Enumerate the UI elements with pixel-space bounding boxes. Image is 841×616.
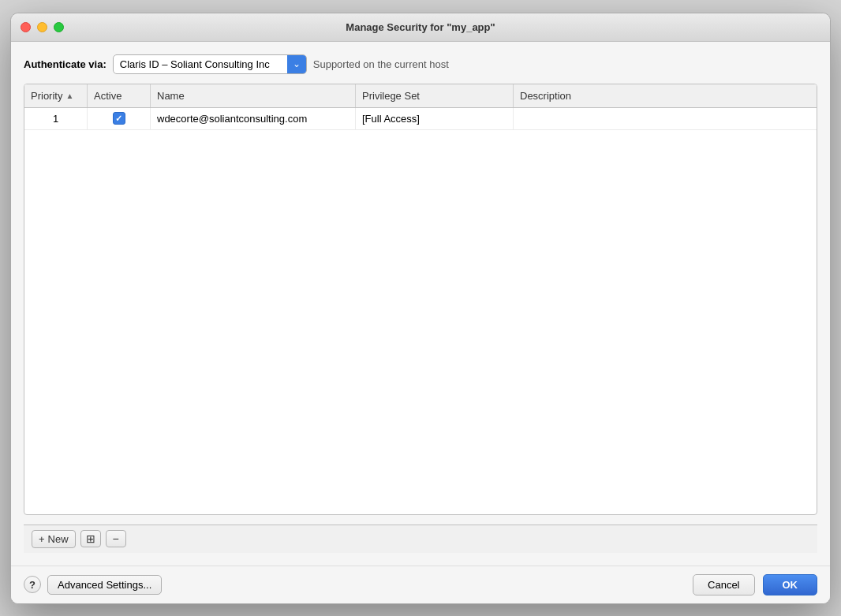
advanced-settings-button[interactable]: Advanced Settings...	[47, 575, 162, 595]
table-header: Priority ▲ Active Name Privilege Set Des…	[24, 84, 817, 108]
main-window: Manage Security for "my_app" Authenticat…	[10, 13, 831, 604]
content-area: Authenticate via: Claris ID – Soliant Co…	[11, 42, 830, 566]
table-body: 1 wdecorte@soliantconsulting.com [Full A…	[24, 108, 817, 514]
supported-text: Supported on the current host	[313, 58, 449, 70]
cancel-button[interactable]: Cancel	[693, 574, 754, 595]
authenticate-label: Authenticate via:	[24, 58, 107, 70]
privilege-set-value: [Full Access]	[362, 113, 420, 125]
accounts-table: Priority ▲ Active Name Privilege Set Des…	[24, 84, 817, 515]
column-header-name[interactable]: Name	[151, 84, 356, 107]
column-header-priority[interactable]: Priority ▲	[24, 84, 88, 107]
cell-active	[88, 108, 151, 129]
active-checkbox[interactable]	[113, 112, 125, 125]
column-active-label: Active	[94, 90, 121, 102]
maximize-button[interactable]	[54, 22, 64, 32]
authenticate-dropdown-arrow[interactable]: ⌄	[287, 55, 306, 73]
ok-label: OK	[783, 579, 798, 591]
add-button[interactable]: ⊞	[80, 530, 101, 547]
bottom-toolbar: + New ⊞ −	[24, 525, 817, 553]
table-row[interactable]: 1 wdecorte@soliantconsulting.com [Full A…	[24, 108, 817, 130]
ok-button[interactable]: OK	[763, 574, 818, 595]
authenticate-row: Authenticate via: Claris ID – Soliant Co…	[24, 54, 817, 74]
cell-priority: 1	[24, 108, 88, 129]
column-description-label: Description	[520, 90, 571, 102]
name-value: wdecorte@soliantconsulting.com	[157, 113, 307, 125]
remove-button[interactable]: −	[106, 530, 126, 547]
help-button[interactable]: ?	[24, 576, 41, 593]
cell-privilege-set: [Full Access]	[356, 108, 514, 129]
cell-description	[514, 108, 817, 129]
new-icon: +	[39, 533, 45, 545]
column-name-label: Name	[157, 90, 185, 102]
close-button[interactable]	[21, 22, 31, 32]
window-controls	[21, 22, 64, 32]
cell-name: wdecorte@soliantconsulting.com	[151, 108, 356, 129]
column-privilege-label: Privilege Set	[362, 90, 420, 102]
minimize-button[interactable]	[37, 22, 47, 32]
cancel-label: Cancel	[708, 579, 739, 591]
column-priority-label: Priority	[31, 90, 62, 102]
sort-arrow-priority: ▲	[65, 91, 73, 100]
remove-icon: −	[113, 532, 119, 545]
authenticate-selected-value: Claris ID – Soliant Consulting Inc	[114, 55, 287, 73]
footer-right: Cancel OK	[693, 574, 817, 595]
new-label: New	[48, 533, 69, 545]
window-title: Manage Security for "my_app"	[346, 21, 495, 33]
add-icon: ⊞	[86, 532, 95, 545]
authenticate-select[interactable]: Claris ID – Soliant Consulting Inc ⌄	[113, 54, 307, 74]
priority-value: 1	[53, 113, 58, 125]
column-header-description[interactable]: Description	[514, 84, 817, 107]
column-header-privilege-set[interactable]: Privilege Set	[356, 84, 514, 107]
column-header-active[interactable]: Active	[88, 84, 151, 107]
footer-left: ? Advanced Settings...	[24, 575, 162, 595]
title-bar: Manage Security for "my_app"	[11, 13, 830, 42]
advanced-settings-label: Advanced Settings...	[58, 579, 151, 591]
footer: ? Advanced Settings... Cancel OK	[11, 566, 830, 603]
new-button[interactable]: + New	[32, 530, 76, 548]
help-icon: ?	[29, 579, 36, 591]
